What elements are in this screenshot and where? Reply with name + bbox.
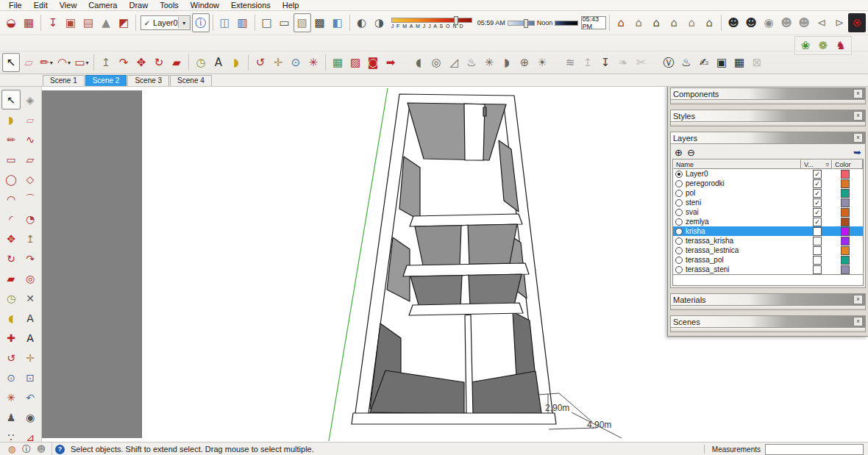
sandbox-from-scratch-icon[interactable]: ▦ (20, 13, 38, 32)
close-icon[interactable]: x (853, 295, 863, 304)
line-icon[interactable]: ✏ (1, 129, 21, 149)
zoom-icon[interactable]: ⊙ (1, 368, 21, 387)
rotated-rectangle-icon[interactable]: ▱ (21, 149, 40, 169)
scale-icon[interactable]: ▰ (1, 268, 21, 288)
text-icon[interactable]: A (21, 308, 40, 328)
vray-light-globe-icon[interactable]: ⊕ (516, 53, 533, 72)
vray-render-interactive-icon[interactable]: ✍ (695, 53, 713, 72)
chevron-down-icon[interactable]: ▾ (68, 60, 71, 66)
pan-icon[interactable]: ✛ (21, 348, 40, 368)
sandbox-from-contours-icon[interactable]: ◒ (2, 13, 20, 32)
layer-visible-checkbox[interactable]: ✓ (813, 208, 822, 217)
vray-sun-icon[interactable]: ☀ (533, 53, 551, 72)
smoove-icon[interactable]: ↧ (44, 13, 62, 32)
add-location-map-icon[interactable]: ▦ (329, 53, 346, 72)
plane-tool-icon[interactable]: ⊲ (813, 13, 830, 32)
help-icon[interactable]: ? (55, 445, 65, 454)
layer-active-radio[interactable] (675, 228, 683, 235)
toggle-terrain-icon[interactable]: ⌂ (630, 13, 647, 32)
layer-row-svai[interactable]: svai✓ (673, 207, 863, 217)
color-column-header[interactable]: Color (832, 160, 863, 169)
tape-measure-icon[interactable]: ◷ (1, 288, 21, 308)
scenes-panel-header[interactable]: Scenes x (670, 315, 866, 328)
scene-tab-scene-2[interactable]: Scene 2 (85, 75, 127, 86)
rotate-icon[interactable]: ↻ (1, 248, 21, 268)
vray-light-omni-icon[interactable]: ✳ (480, 53, 498, 72)
paint-bucket-icon[interactable]: ◗ (227, 53, 245, 72)
credits-icon[interactable]: ⓘ (19, 443, 34, 455)
make-fur-icon[interactable]: ❧ (614, 53, 632, 72)
move-icon[interactable]: ✥ (1, 229, 21, 248)
polygon-icon[interactable]: ◇ (21, 169, 40, 189)
zoom-window-icon[interactable]: ⊡ (21, 368, 40, 387)
layer-row-Layer0[interactable]: Layer0✓ (673, 169, 863, 179)
position-camera-icon[interactable]: ♟ (1, 407, 21, 427)
vray-light-spot-icon[interactable]: ◿ (445, 53, 463, 72)
rectangle-icon[interactable]: ▭▾ (73, 53, 90, 72)
drape-icon[interactable]: ▤ (79, 13, 97, 32)
zoom-extents-icon[interactable]: ✳ (305, 53, 322, 72)
photo-textures-icon[interactable]: ⌂ (647, 13, 665, 32)
layer-color-swatch[interactable] (841, 189, 850, 198)
layer-visible-checkbox[interactable]: ✓ (813, 198, 822, 207)
layer-color-swatch[interactable] (841, 170, 850, 179)
time-slider-handle[interactable] (524, 19, 528, 28)
circle-icon[interactable]: ◯ (1, 169, 21, 189)
layer-active-radio[interactable] (675, 209, 683, 216)
vray-light-sphere-icon[interactable]: ◎ (427, 53, 445, 72)
crowd-add-icon[interactable]: ☻ (725, 13, 742, 32)
menu-help[interactable]: Help (277, 1, 305, 10)
layer-row-zemlya[interactable]: zemlya✓ (673, 217, 863, 226)
scene-tab-scene-3[interactable]: Scene 3 (127, 75, 169, 86)
orbit-icon[interactable]: ↺ (1, 348, 21, 368)
shadow-toggle-icon[interactable]: ◑ (371, 13, 388, 32)
select-icon[interactable]: ↖ (2, 53, 20, 72)
layer-row-terassa_pol[interactable]: terassa_pol (673, 255, 863, 265)
text-icon[interactable]: A (210, 53, 227, 72)
layer-row-terassa_lestnica[interactable]: terassa_lestnica (673, 246, 863, 255)
eraser-icon[interactable]: ▱ (21, 110, 40, 129)
previous-view-icon[interactable]: ↶ (21, 387, 40, 407)
preview-model-in-earth-icon[interactable]: ⌂ (665, 13, 683, 32)
rectangle-icon[interactable]: ▭ (1, 149, 21, 169)
offset-icon[interactable]: ◎ (21, 268, 40, 288)
shaded-icon[interactable]: ▧ (294, 13, 311, 32)
menu-tools[interactable]: Tools (154, 1, 185, 10)
push-pull-icon[interactable]: ↥ (97, 53, 115, 72)
protractor-icon[interactable]: ◖ (1, 308, 21, 328)
paint-bucket-icon[interactable]: ◗ (1, 110, 21, 129)
soap-skin-icon[interactable]: ≋ (561, 53, 579, 72)
layer-color-swatch[interactable] (841, 237, 850, 246)
shadow-date-slider[interactable]: J F M A M J J A S O N D (391, 18, 472, 29)
close-icon[interactable]: x (853, 133, 863, 143)
layer-manager-icon[interactable]: ⓘ (192, 13, 210, 32)
model-viewport[interactable]: 2,90m 4,90m Components x Styles x (42, 87, 868, 442)
line-icon[interactable]: ✏▾ (38, 53, 55, 72)
people-settings-icon[interactable]: ☻ (795, 13, 813, 32)
menu-draw[interactable]: Draw (123, 1, 154, 10)
scale-icon[interactable]: ▰ (168, 53, 185, 72)
freehand-icon[interactable]: ∿ (21, 129, 40, 149)
stamp-icon[interactable]: ▣ (62, 13, 79, 32)
menu-view[interactable]: View (54, 1, 83, 10)
shaded-with-textures-icon[interactable]: ▩ (311, 13, 329, 32)
close-icon[interactable]: x (853, 89, 863, 98)
vray-batch-render-icon[interactable]: ▦ (730, 53, 748, 72)
shadow-dialog-icon[interactable]: ◐ (353, 13, 371, 32)
layer-color-swatch[interactable] (841, 198, 850, 207)
axes-icon[interactable]: ✚ (1, 328, 21, 348)
layer-color-swatch[interactable] (841, 227, 850, 236)
layer-row-peregorodki[interactable]: peregorodki✓ (673, 179, 863, 188)
layer-dropdown[interactable]: ✓ Layer0 ▼ (140, 15, 191, 30)
move-icon[interactable]: ✥ (132, 53, 150, 72)
name-column-header[interactable]: Name (673, 160, 801, 169)
monochrome-icon[interactable]: ◧ (329, 13, 346, 32)
vray-frame-buffer-icon[interactable]: ▣ (713, 53, 730, 72)
layer-row-terassa_krisha[interactable]: terassa_krisha (673, 236, 863, 246)
vray-options-icon[interactable]: Ⓥ (660, 53, 677, 72)
extrude-up-icon[interactable]: ↥ (579, 53, 597, 72)
three-point-arc-icon[interactable]: ◜ (1, 209, 21, 229)
menu-file[interactable]: File (3, 1, 28, 10)
layer-visible-checkbox[interactable]: ✓ (813, 179, 822, 188)
layer-details-arrow-button[interactable]: ➥ (853, 148, 861, 157)
